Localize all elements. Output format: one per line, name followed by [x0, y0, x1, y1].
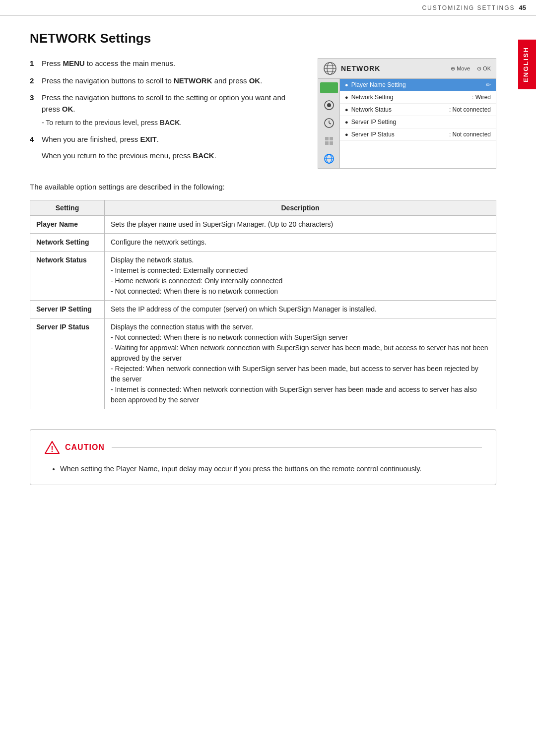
- setting-server-ip-status: Server IP Status: [30, 318, 105, 409]
- table-row: Server IP Setting Sets the IP address of…: [30, 301, 496, 318]
- panel-header: NETWORK ⊕ Move ⊙ OK: [318, 59, 496, 79]
- desc-network-setting: Configure the network settings.: [105, 234, 496, 252]
- desc-server-ip-status: Displays the connection status with the …: [105, 318, 496, 409]
- desc-player-name: Sets the player name used in SuperSign M…: [105, 216, 496, 234]
- setting-server-ip-setting: Server IP Setting: [30, 301, 105, 318]
- caution-content: When setting the Player Name, input dela…: [44, 463, 482, 475]
- panel-menu: ● Player Name Setting ✏ ● Network Settin…: [340, 79, 496, 168]
- panel-header-left: NETWORK: [323, 62, 380, 75]
- table-header-row: Setting Description: [30, 200, 496, 216]
- settings-table: Setting Description Player Name Sets the…: [30, 200, 496, 409]
- menu-item-server-ip-setting: ● Server IP Setting: [340, 116, 496, 128]
- menu-item-network-status: ● Network Status : Not connected: [340, 104, 496, 116]
- panel-controls: ⊕ Move ⊙ OK: [451, 65, 491, 72]
- panel-body: ● Player Name Setting ✏ ● Network Settin…: [318, 79, 496, 168]
- table-row: Network Setting Configure the network se…: [30, 234, 496, 252]
- panel-sidebar: [318, 79, 340, 168]
- menu-server-ip-setting-label: Server IP Setting: [351, 119, 397, 126]
- menu-network-status-value: : Not connected: [449, 106, 491, 113]
- menu-network-setting-value: : Wired: [472, 94, 491, 101]
- instruction-2: Press the navigation buttons to scroll t…: [30, 75, 303, 87]
- top-bar: CUSTOMIZING SETTINGS 45: [0, 0, 536, 16]
- setting-player-name: Player Name: [30, 216, 105, 234]
- svg-point-6: [327, 103, 331, 107]
- network-globe-icon: [323, 62, 337, 75]
- svg-text:!: !: [51, 445, 53, 453]
- col-header-setting: Setting: [30, 200, 105, 216]
- menu-item-player-name: ● Player Name Setting ✏: [340, 79, 496, 91]
- control-ok: ⊙ OK: [477, 65, 491, 72]
- col-header-description: Description: [105, 200, 496, 216]
- english-tab: ENGLISH: [518, 40, 536, 89]
- menu-server-ip-status-label: Server IP Status: [351, 131, 395, 138]
- menu-item-network-setting: ● Network Setting : Wired: [340, 91, 496, 104]
- caution-header: ! CAUTION: [44, 440, 482, 455]
- sidebar-icon-grid: [320, 133, 338, 148]
- panel-network-title: NETWORK: [341, 64, 380, 72]
- table-row: Network Status Display the network statu…: [30, 252, 496, 301]
- caution-line: [112, 447, 482, 448]
- menu-item-server-ip-status: ● Server IP Status : Not connected: [340, 128, 496, 141]
- setting-network-setting: Network Setting: [30, 234, 105, 252]
- svg-rect-13: [330, 141, 333, 145]
- sidebar-icon-clock: [320, 116, 338, 130]
- svg-rect-11: [330, 137, 333, 140]
- svg-rect-12: [325, 141, 329, 145]
- sidebar-icon-green: [320, 82, 338, 93]
- intro-section: Press MENU to access the main menus. Pre…: [30, 58, 496, 169]
- control-move: ⊕ Move: [451, 65, 470, 72]
- svg-line-9: [329, 123, 331, 124]
- desc-server-ip-setting: Sets the IP address of the computer (ser…: [105, 301, 496, 318]
- caution-item: When setting the Player Name, input dela…: [60, 463, 482, 475]
- main-content: NETWORK Settings Press MENU to access th…: [0, 16, 536, 500]
- sidebar-icon-network: [320, 151, 338, 166]
- edit-icon: ✏: [486, 81, 491, 88]
- instruction-4: When you are finished, press EXIT.: [30, 134, 303, 145]
- sidebar-icon-circle: [320, 98, 338, 113]
- setting-network-status: Network Status: [30, 252, 105, 301]
- instructions-list: Press MENU to access the main menus. Pre…: [30, 58, 303, 145]
- available-text: The available option settings are descri…: [30, 183, 496, 191]
- page-number: 45: [519, 4, 526, 11]
- instruction-3: Press the navigation buttons to scroll t…: [30, 92, 303, 128]
- table-row: Player Name Sets the player name used in…: [30, 216, 496, 234]
- step-4-extra: When you return to the previous menu, pr…: [42, 151, 303, 160]
- menu-server-ip-status-value: : Not connected: [449, 131, 491, 138]
- screenshot-panel: NETWORK ⊕ Move ⊙ OK: [318, 58, 496, 169]
- caution-title: CAUTION: [65, 443, 105, 452]
- menu-player-name-label: Player Name Setting: [351, 81, 406, 88]
- menu-network-setting-label: Network Setting: [351, 94, 394, 101]
- caution-box: ! CAUTION When setting the Player Name, …: [30, 429, 496, 485]
- svg-rect-10: [325, 137, 329, 140]
- table-row: Server IP Status Displays the connection…: [30, 318, 496, 409]
- page-title: NETWORK Settings: [30, 31, 496, 46]
- instruction-1: Press MENU to access the main menus.: [30, 58, 303, 69]
- instructions-col: Press MENU to access the main menus. Pre…: [30, 58, 303, 169]
- section-label: CUSTOMIZING SETTINGS: [422, 4, 515, 11]
- desc-network-status: Display the network status. - Internet i…: [105, 252, 496, 301]
- caution-warning-icon: !: [44, 440, 60, 455]
- menu-network-status-label: Network Status: [351, 106, 392, 113]
